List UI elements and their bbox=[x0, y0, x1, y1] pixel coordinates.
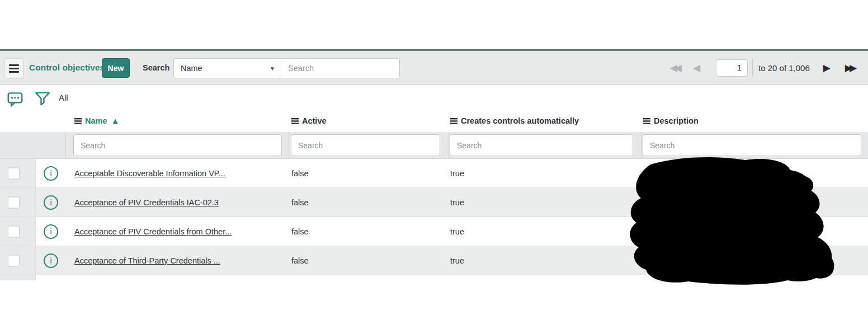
page-title: Control objectives bbox=[29, 51, 105, 84]
chevron-down-icon: ▼ bbox=[270, 65, 275, 72]
column-label: Description bbox=[654, 116, 699, 125]
pagination-range-text: to 20 of 1,006 bbox=[758, 63, 810, 73]
table-row: i Acceptable Discoverable Information VP… bbox=[0, 159, 868, 188]
chat-bubble-icon bbox=[7, 91, 23, 107]
column-header-description[interactable]: Description bbox=[643, 116, 699, 125]
column-filter-row bbox=[0, 132, 868, 159]
column-menu-icon bbox=[643, 118, 650, 124]
list-search-control: Name ▼ bbox=[173, 58, 400, 78]
record-link[interactable]: Acceptance of PIV Credentials from Other… bbox=[74, 227, 232, 236]
cell-creates-controls: true bbox=[450, 198, 464, 207]
column-label: Active bbox=[302, 116, 327, 125]
personalize-comments-button[interactable] bbox=[7, 91, 23, 109]
row-select-checkbox[interactable] bbox=[8, 196, 20, 208]
pagination: ◀◀ ◀ to 20 of 1,006 ▶ ▶▶ bbox=[667, 51, 860, 84]
column-label: Creates controls automatically bbox=[461, 116, 579, 125]
gutter-stub bbox=[0, 275, 36, 280]
column-header-active[interactable]: Active bbox=[291, 116, 327, 125]
cell-active: false bbox=[291, 256, 309, 265]
record-link[interactable]: Acceptance of PIV Credentials IAC-02.3 bbox=[74, 198, 219, 207]
record-preview-button[interactable]: i bbox=[44, 224, 58, 239]
page-number-input[interactable] bbox=[716, 59, 748, 77]
new-record-button[interactable]: New bbox=[102, 58, 130, 78]
filter-input-name[interactable] bbox=[73, 134, 282, 156]
info-icon: i bbox=[50, 256, 51, 265]
record-link[interactable]: Acceptable Discoverable Information VP..… bbox=[74, 169, 225, 178]
record-preview-button[interactable]: i bbox=[44, 195, 58, 210]
previous-page-button[interactable]: ◀ bbox=[690, 61, 704, 75]
search-label: Search bbox=[143, 51, 169, 84]
search-field-selected-value: Name bbox=[181, 64, 202, 73]
column-header-row: Name ▲ Active Creates controls automatic… bbox=[0, 110, 868, 132]
funnel-filter-icon bbox=[34, 90, 51, 107]
list-menu-button[interactable] bbox=[4, 58, 23, 79]
column-label: Name bbox=[85, 116, 107, 125]
next-page-button[interactable]: ▶ bbox=[820, 61, 834, 75]
cell-creates-controls: true bbox=[450, 169, 464, 178]
column-divider bbox=[641, 132, 641, 158]
row-select-checkbox[interactable] bbox=[8, 167, 20, 179]
filter-input-active[interactable] bbox=[291, 134, 440, 156]
last-page-button[interactable]: ▶▶ bbox=[842, 61, 860, 75]
column-menu-icon bbox=[74, 118, 82, 124]
cell-creates-controls: true bbox=[450, 256, 464, 265]
row-select-checkbox[interactable] bbox=[8, 255, 20, 266]
record-preview-button[interactable]: i bbox=[44, 166, 58, 181]
column-menu-icon bbox=[291, 118, 299, 124]
table-row: i Acceptance of PIV Credentials IAC-02.3… bbox=[0, 188, 868, 217]
filter-input-description[interactable] bbox=[643, 134, 861, 156]
sort-ascending-icon: ▲ bbox=[113, 117, 118, 125]
list-search-input[interactable] bbox=[281, 59, 399, 78]
info-icon: i bbox=[50, 169, 51, 178]
column-divider bbox=[289, 132, 289, 158]
cell-active: false bbox=[291, 227, 309, 236]
record-preview-button[interactable]: i bbox=[44, 253, 58, 268]
list-header-bar: Control objectives New Search Name ▼ ◀◀ … bbox=[0, 51, 868, 85]
column-divider bbox=[449, 132, 449, 158]
filter-input-creates-controls[interactable] bbox=[450, 134, 633, 156]
row-select-checkbox[interactable] bbox=[8, 225, 20, 237]
cell-active: false bbox=[291, 169, 309, 178]
table-row: i Acceptance of Third-Party Credentials … bbox=[0, 246, 868, 275]
list-view-page: Control objectives New Search Name ▼ ◀◀ … bbox=[0, 0, 868, 329]
search-field-select[interactable]: Name ▼ bbox=[174, 59, 281, 78]
info-icon: i bbox=[50, 198, 51, 207]
filter-breadcrumb-all[interactable]: All bbox=[59, 93, 68, 102]
filter-button[interactable] bbox=[34, 90, 51, 109]
pagination-divider bbox=[752, 59, 753, 77]
hamburger-icon bbox=[9, 63, 19, 74]
list-body: i Acceptable Discoverable Information VP… bbox=[0, 159, 868, 275]
record-link[interactable]: Acceptance of Third-Party Credentials ..… bbox=[74, 256, 220, 265]
table-row: i Acceptance of PIV Credentials from Oth… bbox=[0, 217, 868, 246]
cell-active: false bbox=[291, 198, 309, 207]
column-divider bbox=[65, 132, 66, 158]
column-menu-icon bbox=[450, 118, 457, 124]
column-header-creates-controls[interactable]: Creates controls automatically bbox=[450, 116, 579, 125]
cell-creates-controls: true bbox=[450, 227, 464, 236]
info-icon: i bbox=[50, 227, 51, 236]
first-page-button[interactable]: ◀◀ bbox=[667, 61, 685, 75]
column-header-name[interactable]: Name ▲ bbox=[74, 116, 118, 125]
